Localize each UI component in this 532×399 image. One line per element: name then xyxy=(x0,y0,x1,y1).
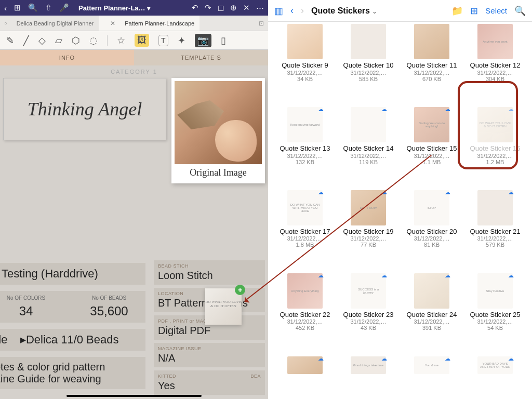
file-grid[interactable]: Quote Sticker 931/12/2022,…34 KBQuote St… xyxy=(268,22,532,399)
file-name: Quote Sticker 17 xyxy=(274,228,336,236)
search-icon[interactable]: 🔍 xyxy=(28,3,38,12)
file-size: 579 KB xyxy=(464,242,526,248)
back-chevron-icon[interactable]: ‹ xyxy=(290,5,294,16)
tab-add-icon[interactable]: ⊡ xyxy=(259,20,264,27)
file-date: 31/12/2022,… xyxy=(464,318,526,325)
tab-templates[interactable]: TEMPLATE S xyxy=(134,50,268,65)
highlighter-icon[interactable]: ▱ xyxy=(55,35,62,46)
file-item[interactable]: ☁Quote Sticker 2131/12/2022,…579 KB xyxy=(464,190,526,269)
cloud-icon: ☁ xyxy=(381,106,387,113)
file-item[interactable]: DO WHAT YOU CAN WITH WHAT YOU HAVE☁Quote… xyxy=(274,190,336,269)
camera-icon[interactable]: 📷 xyxy=(195,34,211,47)
pen-icon[interactable]: ✎ xyxy=(6,35,14,46)
file-item[interactable]: Quote Sticker 931/12/2022,…34 KB xyxy=(274,24,336,103)
file-item[interactable]: SUCCESS is a journey☁Quote Sticker 2331/… xyxy=(338,273,399,352)
select-button[interactable]: Select xyxy=(485,6,507,15)
file-thumb: ☁ xyxy=(477,190,513,225)
files-header: ▥ ‹ › Quote Stickers ⌄ 📁 ⊞ Select 🔍 xyxy=(268,0,532,22)
file-item[interactable]: Darling You can do anything!☁Quote Stick… xyxy=(401,107,462,186)
text-icon[interactable]: T xyxy=(158,35,168,46)
eraser-icon[interactable]: ◇ xyxy=(38,35,46,46)
file-item[interactable]: Quote Sticker 1131/12/2022,…670 KB xyxy=(401,24,462,103)
lasso-icon[interactable]: ◌ xyxy=(89,35,98,46)
search-icon[interactable]: 🔍 xyxy=(514,5,526,17)
grid-icon[interactable]: ⊞ xyxy=(14,3,21,12)
file-thumb: Anytime you want xyxy=(477,24,513,59)
file-date: 31/12/2022,… xyxy=(464,235,526,242)
files-panel: ▥ ‹ › Quote Stickers ⌄ 📁 ⊞ Select 🔍 Quot… xyxy=(268,0,532,399)
more-icon[interactable]: ⋯ xyxy=(256,3,264,12)
file-date: 31/12/2022,… xyxy=(274,318,336,325)
testing-block: r Testing (Harddrive) xyxy=(0,263,145,285)
file-name: Quote Sticker 23 xyxy=(338,311,399,319)
tab-close-icon[interactable]: ✕ xyxy=(110,20,115,27)
tab-prev-icon[interactable]: ◦ xyxy=(0,19,11,28)
sidebar-icon[interactable]: ▥ xyxy=(274,5,283,17)
file-item[interactable]: YOUR BAD DAYS ARE PART OF YOUR☁ xyxy=(464,356,526,397)
field-bead-stitch: BEAD STICH Loom Stitch xyxy=(154,260,265,285)
file-item[interactable]: Quote Sticker 1031/12/2022,…585 KB xyxy=(338,24,399,103)
bookmark-icon[interactable]: ◻ xyxy=(218,3,224,12)
file-size: 452 KB xyxy=(274,325,336,331)
chevron-down-icon: ⌄ xyxy=(372,8,377,15)
folder-title[interactable]: Quote Stickers ⌄ xyxy=(311,6,377,16)
file-item[interactable]: DO IT NOW☁Quote Sticker 1931/12/2022,…77… xyxy=(338,190,399,269)
file-date: 31/12/2022,… xyxy=(401,235,462,242)
cloud-icon: ☁ xyxy=(445,355,450,362)
delica-block: de ▸Delica 11/0 Beads xyxy=(0,329,145,351)
file-size: 1.1 MB xyxy=(401,159,462,165)
tab-active[interactable]: ✕ Pattern Planner-Landscape xyxy=(99,16,200,31)
file-item[interactable]: STOP☁Quote Sticker 2031/12/2022,…81 KB xyxy=(401,190,462,269)
shape-icon[interactable]: ⬡ xyxy=(72,35,80,46)
category-label: CATEGORY 1 xyxy=(0,65,268,78)
file-item[interactable]: Good things take time☁ xyxy=(338,356,399,397)
doc-title[interactable]: Pattern Planner-La… ▾ xyxy=(78,4,151,12)
cloud-icon: ☁ xyxy=(445,106,450,113)
file-item[interactable]: ☁Quote Sticker 1431/12/2022,…119 KB xyxy=(338,107,399,186)
file-date: 31/12/2022,… xyxy=(401,318,462,325)
file-size: 670 KB xyxy=(401,76,462,82)
field-kitted: KITTEDBEA Yes xyxy=(154,370,265,395)
file-item[interactable]: ☁Quote Sticker 2431/12/2022,…391 KB xyxy=(401,273,462,352)
file-item[interactable]: ☁ xyxy=(274,356,336,397)
file-thumb: ☁ xyxy=(351,107,386,142)
undo-icon[interactable]: ↶ xyxy=(192,3,198,12)
back-icon[interactable]: ‹ xyxy=(4,4,7,12)
tab-inactive[interactable]: Delica Beading Digital Planner xyxy=(11,16,99,31)
file-size: 119 KB xyxy=(338,159,399,165)
cloud-icon: ☁ xyxy=(318,355,324,362)
file-date: 31/12/2022,… xyxy=(338,318,399,325)
laser-icon[interactable]: ✦ xyxy=(178,35,185,46)
favorite-icon[interactable]: ☆ xyxy=(117,35,125,46)
file-thumb xyxy=(414,24,449,59)
angel-image xyxy=(175,81,262,164)
file-date: 31/12/2022,… xyxy=(338,153,399,159)
file-size: 77 KB xyxy=(338,242,399,248)
cloud-icon: ☁ xyxy=(381,272,387,279)
file-item[interactable]: You & me☁ xyxy=(401,356,462,397)
add-page-icon[interactable]: ⊕ xyxy=(230,3,237,12)
file-name: Quote Sticker 22 xyxy=(274,311,336,319)
new-folder-icon[interactable]: 📁 xyxy=(451,5,463,17)
image-icon[interactable]: 🖼 xyxy=(135,34,149,47)
file-size: 1.8 MB xyxy=(274,242,336,248)
view-grid-icon[interactable]: ⊞ xyxy=(470,5,478,17)
file-date: 31/12/2022,… xyxy=(274,70,336,76)
home-indicator[interactable] xyxy=(66,395,202,397)
file-thumb: Good things take time☁ xyxy=(351,356,386,374)
tab-info[interactable]: INFO xyxy=(0,50,134,65)
share-icon[interactable]: ⇧ xyxy=(45,3,52,12)
ruler-icon[interactable]: ▯ xyxy=(221,35,226,46)
file-date: 31/12/2022,… xyxy=(274,153,336,159)
redo-icon[interactable]: ↷ xyxy=(205,3,211,12)
close-icon[interactable]: ✕ xyxy=(243,3,250,12)
file-item[interactable]: Anything Everything☁Quote Sticker 2231/1… xyxy=(274,273,336,352)
cloud-icon: ☁ xyxy=(508,355,514,362)
file-name: Quote Sticker 19 xyxy=(338,228,399,236)
file-size: 54 KB xyxy=(464,325,526,331)
mic-icon[interactable]: 🎤 xyxy=(59,3,69,12)
file-item[interactable]: Keep moving forward☁Quote Sticker 1331/1… xyxy=(274,107,336,186)
file-item[interactable]: Stay Positive☁Quote Sticker 2531/12/2022… xyxy=(464,273,526,352)
thin-pen-icon[interactable]: ╱ xyxy=(23,35,29,46)
top-toolbar: ‹ ⊞ 🔍 ⇧ 🎤 Pattern Planner-La… ▾ ↶ ↷ ◻ ⊕ … xyxy=(0,0,268,16)
